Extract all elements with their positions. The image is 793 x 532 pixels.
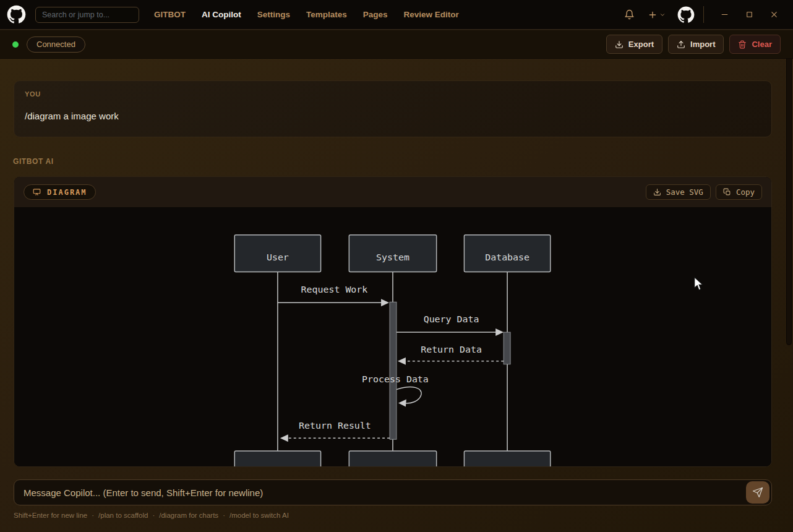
hint-newline: Shift+Enter for new line [14,512,87,519]
connection-status-dot-icon [12,41,19,48]
top-navbar: GITBOT AI Copilot Settings Templates Pag… [0,0,793,30]
message-request-work: Request Work [278,284,389,306]
svg-text:Return Data: Return Data [421,344,482,355]
svg-text:Request Work: Request Work [301,284,368,295]
svg-text:Return Result: Return Result [299,420,371,431]
user-message-card: YOU /diagram a image work [14,80,772,137]
ai-diagram-card: DIAGRAM Save SVG Copy User [14,176,772,467]
send-button[interactable] [746,481,769,504]
actor-box-user-bottom [234,451,320,466]
diagram-card-actions: Save SVG Copy [646,184,762,200]
diagram-type-badge: DIAGRAM [24,184,96,200]
message-composer [14,479,772,505]
actor-box-system-bottom [349,451,436,466]
main-nav: GITBOT AI Copilot Settings Templates Pag… [154,10,459,19]
nav-item-settings[interactable]: Settings [257,10,290,19]
message-input[interactable] [14,480,771,505]
activation-bar-database [504,332,510,364]
status-toolbar: Connected Export Import Clear [0,30,793,59]
import-button[interactable]: Import [668,35,724,54]
copy-icon [723,188,731,196]
window-controls-divider [703,6,704,23]
scrollbar-thumb[interactable] [786,56,792,345]
connection-status-badge: Connected [27,36,85,53]
actor-box-database: Database [464,235,550,272]
user-message-text: /diagram a image work [25,111,761,121]
sequence-diagram-canvas: User System Database Request Work Quer [14,208,771,466]
svg-text:Process Data: Process Data [362,374,429,385]
actor-box-user: User [234,235,320,272]
toolbar-actions: Export Import Clear [606,35,781,54]
user-role-label: YOU [25,90,761,98]
ai-role-label: GITBOT AI [13,157,54,166]
svg-text:User: User [267,252,289,263]
sequence-diagram: User System Database Request Work Quer [14,208,771,466]
copy-button[interactable]: Copy [716,184,762,200]
svg-text:System: System [376,252,409,263]
hint-separator: · [92,512,94,519]
activation-bar-system [390,302,396,439]
upload-icon [677,40,685,49]
close-button[interactable] [761,4,786,25]
nav-item-ai-copilot[interactable]: AI Copilot [202,10,241,19]
svg-text:Query Data: Query Data [424,314,479,325]
maximize-button[interactable] [737,4,761,25]
clear-button[interactable]: Clear [729,35,781,54]
download-icon [653,188,661,196]
save-svg-button[interactable]: Save SVG [646,184,711,200]
message-return-data: Return Data [398,344,504,365]
svg-text:Database: Database [485,252,529,263]
actor-box-database-bottom [464,451,550,466]
create-new-button[interactable] [648,10,666,20]
paper-plane-icon [752,487,763,498]
presentation-screen-icon [32,187,41,197]
minimize-button[interactable] [712,4,737,25]
nav-item-pages[interactable]: Pages [363,10,388,19]
diagram-card-header: DIAGRAM Save SVG Copy [14,177,771,208]
message-return-result: Return Result [280,420,390,442]
search-input[interactable] [35,7,139,23]
nav-item-templates[interactable]: Templates [306,10,347,19]
hint-model: /model to switch AI [229,512,289,519]
plus-icon [648,10,658,20]
message-query-data: Query Data [396,314,504,336]
github-logo-icon[interactable] [7,5,26,24]
avatar-octocat-icon[interactable] [677,6,695,24]
chevron-down-icon [659,12,666,18]
bell-icon[interactable] [624,9,635,20]
hint-separator: · [223,512,225,519]
navbar-right [624,4,786,25]
trash-icon [738,40,747,49]
nav-item-gitbot[interactable]: GITBOT [154,10,186,19]
export-button[interactable]: Export [606,35,662,54]
hint-diagram: /diagram for charts [159,512,218,519]
nav-item-review-editor[interactable]: Review Editor [404,10,459,19]
download-icon [615,40,624,49]
composer-hints: Shift+Enter for new line · /plan to scaf… [14,512,289,519]
actor-box-system: System [349,235,436,272]
hint-plan: /plan to scaffold [98,512,148,519]
hint-separator: · [152,512,155,519]
